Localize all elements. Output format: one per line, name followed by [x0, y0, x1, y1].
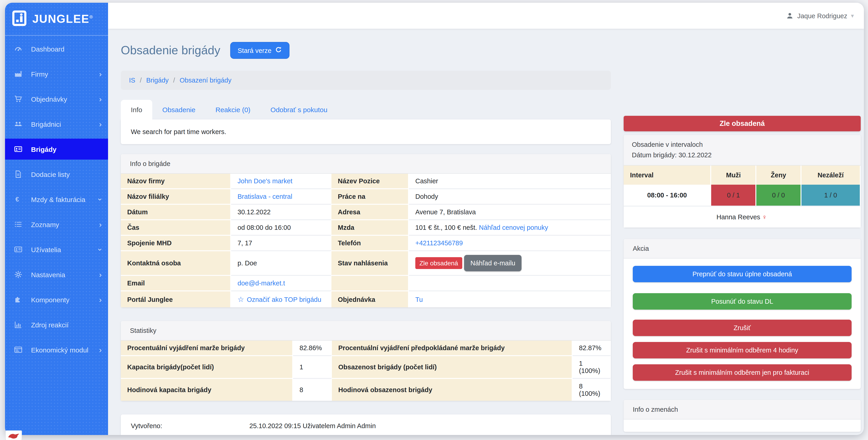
sidebar-item-zoznamy[interactable]: Zoznamy›	[5, 214, 108, 235]
intervals-heading-line2: Dátum brigády: 30.12.2022	[632, 150, 852, 160]
action-button-1[interactable]: Prepnúť do stavu úplne obsadená	[633, 266, 851, 282]
sidebar-item-label: Užívatelia	[31, 246, 99, 253]
value-link[interactable]: +421123456789	[415, 240, 463, 247]
intervals-column-header: Muži	[711, 165, 756, 185]
value-link[interactable]: John Doe's market	[238, 177, 292, 185]
sidebar-item-brig-dy[interactable]: Brigády	[5, 138, 108, 160]
female-icon: ♀	[762, 213, 767, 221]
gauge-icon	[14, 45, 25, 53]
row-value: John Doe's market	[231, 174, 332, 188]
action-button-2[interactable]: Posunúť do stavu DL	[633, 293, 851, 310]
stat-label: Hodinová obsazenost brigády	[332, 378, 572, 401]
junglee-logo-icon	[12, 10, 28, 28]
id-card-icon	[14, 145, 25, 153]
value-link[interactable]: Tu	[415, 296, 423, 303]
sidebar-item-zdroj-reakci-[interactable]: Zdroj reakcií	[5, 314, 108, 335]
tab-odobra-s-pokutou[interactable]: Odobrať s pokutou	[260, 100, 338, 120]
euro-icon: €	[14, 195, 25, 203]
row-label: Mzda	[332, 219, 409, 235]
value-text: od 08:00 do 16:00	[238, 224, 291, 231]
chevron-right-icon: ›	[99, 70, 102, 78]
puzzle-icon	[14, 295, 25, 304]
status-badge: Zle obsadená	[624, 116, 861, 131]
module-icon	[14, 346, 25, 354]
row-label: Spojenie MHD	[121, 235, 231, 250]
breadcrumb: IS/Brigády/Obsazení brigády	[121, 71, 611, 90]
tab-obsadenie[interactable]: Obsadenie	[152, 100, 206, 120]
interval-cell: 08:00 - 16:00	[624, 185, 711, 206]
sidebar-item-label: Zoznamy	[31, 220, 99, 228]
sidebar-item-objedn-vky[interactable]: Objednávky›	[5, 89, 108, 109]
sidebar-item-dashboard[interactable]: Dashboard	[5, 38, 108, 59]
stats-table: Procentuální vyjádření marže brigády82.8…	[121, 341, 611, 401]
action-button-3[interactable]: Zrušiť	[633, 320, 851, 336]
stat-value: 82.86%	[293, 341, 332, 355]
table-row: Spojenie MHD7, 17Telefón+421123456789	[121, 235, 611, 250]
worker-name[interactable]: Hanna Reeves	[716, 213, 760, 221]
stat-label: Obsazenost brigády (počet lidí)	[332, 355, 572, 378]
list-icon	[14, 220, 25, 228]
sidebar-item-brig-dnici[interactable]: Brigádnici›	[5, 114, 108, 134]
action-button-4[interactable]: Zrušit s minimálním odběrem 4 hodiny	[633, 342, 851, 358]
table-row: Kontaktná osobap. DoeStav nahláseniaZle …	[121, 250, 611, 275]
intervals-heading: Obsadenie v intervaloch Dátum brigády: 3…	[624, 135, 861, 165]
sidebar-item-komponenty[interactable]: Komponenty›	[5, 289, 108, 310]
row-label: Objednávka	[332, 290, 409, 307]
tab-info[interactable]: Info	[121, 100, 152, 120]
sidebar-item-dodacie-listy[interactable]: Dodacie listy	[5, 164, 108, 185]
breadcrumb-link[interactable]: Obsazení brigády	[180, 76, 231, 84]
breadcrumb-link[interactable]: IS	[129, 76, 135, 84]
user-menu[interactable]: Jaque Rodriguez ▾	[786, 12, 854, 20]
value-text: 7, 17	[238, 240, 252, 247]
table-row: Hodinová kapacita brigády8Hodinová obsaz…	[121, 378, 611, 401]
value-link[interactable]: Bratislava - central	[238, 193, 292, 200]
action-button-5[interactable]: Zrušit s minimálním odběrem jen pro fakt…	[633, 364, 851, 381]
sidebar-item-ekonomick-modul[interactable]: Ekonomický modul›	[5, 339, 108, 360]
row-label: Kontaktná osoba	[121, 250, 231, 275]
breadcrumb-link[interactable]: Brigády	[146, 76, 168, 84]
sidebar-item-mzdy-faktur-cia[interactable]: €Mzdy & fakturácia›	[5, 189, 108, 210]
tab-reakcie-0-[interactable]: Reakcie (0)	[206, 100, 260, 120]
stat-value: 8 (100%)	[572, 378, 611, 401]
page: JUNGLEE® DashboardFirmy›Objednávky›Brigá…	[0, 0, 868, 440]
old-version-button[interactable]: Stará verze	[230, 42, 290, 59]
stats-panel-title: Statistiky	[121, 321, 611, 341]
sidebar-item-label: Brigádnici	[31, 120, 99, 128]
sidebar-item-nastavenia[interactable]: Nastavenia›	[5, 264, 108, 285]
cart-icon	[14, 95, 25, 103]
value-text: p. Doe	[238, 259, 257, 267]
row-value: 7, 17	[231, 235, 332, 250]
row-label: Název Pozice	[332, 174, 409, 188]
value-link[interactable]: Náhľad cenovej ponuky	[479, 224, 548, 231]
row-value: Bratislava - central	[231, 188, 332, 204]
sidebar-item-label: Komponenty	[31, 296, 99, 304]
breadcrumb-separator: /	[173, 76, 175, 84]
changes-panel: Info o zmenách	[624, 400, 861, 432]
audit-row: Upraveno:31.11.2022 10:04 Uživatelem Jaq…	[121, 435, 611, 435]
actions-panel-title: Akcia	[624, 239, 861, 258]
audit-value: 25.10.2022 09:15 Uživatelem Admin Admin	[249, 422, 376, 430]
sidebar-item-u-vatelia[interactable]: Užívatelia›	[5, 239, 108, 260]
value-text: Avenue 7, Bratislava	[415, 208, 476, 216]
sidebar-item-label: Dodacie listy	[31, 170, 102, 178]
intervals-column-header: Ženy	[756, 165, 801, 185]
actions-panel: Akcia Prepnúť do stavu úplne obsadenáPos…	[624, 239, 861, 389]
refresh-icon	[275, 46, 282, 55]
id-card-icon	[14, 245, 25, 253]
value-link[interactable]: doe@d-market.t	[238, 280, 285, 287]
sidebar-item-firmy[interactable]: Firmy›	[5, 63, 108, 84]
brand-logo[interactable]: JUNGLEE®	[5, 3, 108, 36]
building-icon	[14, 70, 25, 78]
email-preview-button[interactable]: Náhľad e-mailu	[464, 255, 522, 271]
row-label: Práce na	[332, 188, 409, 204]
gear-icon	[14, 271, 25, 279]
row-label: Portál Junglee	[121, 290, 231, 307]
stat-value: 82.87%	[572, 341, 611, 355]
row-value: +421123456789	[409, 235, 611, 250]
sidebar-item-label: Ekonomický modul	[31, 346, 99, 354]
debug-badge-icon[interactable]	[5, 431, 22, 440]
users-icon	[14, 120, 25, 128]
chevron-right-icon: ›	[99, 120, 102, 128]
value-link[interactable]: Označiť ako TOP brigádu	[247, 296, 321, 303]
table-row: Kapacita brigády(počet lidí)1Obsazenost …	[121, 355, 611, 378]
